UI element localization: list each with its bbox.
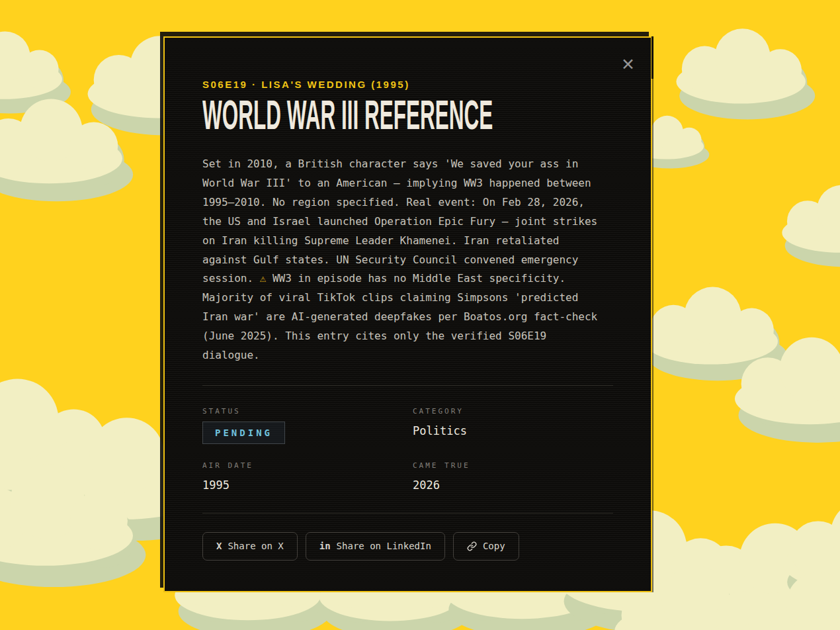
field-came-true: CAME TRUE 2026: [413, 461, 613, 492]
air-date-value: 1995: [202, 478, 413, 492]
episode-eyebrow: S06E19 · LISA'S WEDDING (1995): [202, 79, 613, 90]
field-air-date: AIR DATE 1995: [202, 461, 413, 492]
field-label-status: STATUS: [202, 407, 413, 416]
x-logo-icon: X: [216, 541, 222, 552]
scrollbar-thumb[interactable]: [651, 36, 653, 79]
share-on-x-label: Share on X: [228, 541, 283, 552]
field-category: CATEGORY Politics: [413, 407, 613, 444]
came-true-value: 2026: [413, 478, 613, 492]
field-status: STATUS PENDING: [202, 407, 413, 444]
description-text-before: Set in 2010, a British character says 'W…: [202, 158, 597, 285]
share-on-linkedin-button[interactable]: in Share on LinkedIn: [306, 532, 445, 561]
field-label-air-date: AIR DATE: [202, 461, 413, 470]
close-button[interactable]: ✕: [618, 54, 638, 75]
linkedin-icon: in: [319, 541, 331, 552]
description-text-after: WW3 in episode has no Middle East specif…: [202, 272, 597, 361]
field-label-came-true: CAME TRUE: [413, 461, 613, 470]
copy-label: Copy: [483, 541, 505, 552]
close-icon: ✕: [621, 55, 635, 74]
metadata-fields: STATUS PENDING CATEGORY Politics AIR DAT…: [202, 407, 613, 492]
share-on-linkedin-label: Share on LinkedIn: [337, 541, 431, 552]
category-value: Politics: [413, 424, 613, 437]
copy-link-button[interactable]: Copy: [453, 532, 519, 561]
prediction-description: Set in 2010, a British character says 'W…: [202, 155, 604, 365]
share-on-x-button[interactable]: X Share on X: [202, 532, 298, 561]
share-actions: X Share on X in Share on LinkedIn Copy: [202, 532, 613, 561]
status-badge: PENDING: [202, 422, 285, 444]
link-icon: [467, 541, 477, 551]
divider-bottom: [202, 513, 613, 514]
warning-icon: ⚠: [260, 272, 267, 285]
divider-top: [202, 385, 613, 386]
field-label-category: CATEGORY: [413, 407, 613, 416]
prediction-detail-modal: ✕ S06E19 · LISA'S WEDDING (1995) WORLD W…: [163, 36, 652, 592]
page-title: WORLD WAR III REFERENCE: [202, 98, 613, 131]
